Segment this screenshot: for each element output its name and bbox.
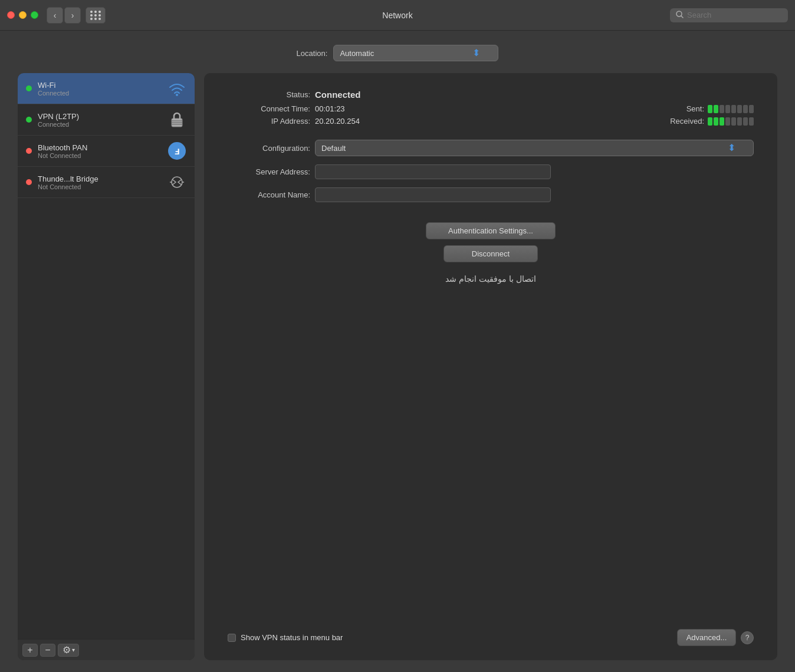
status-label: Status:	[228, 90, 310, 99]
received-bar-6	[737, 117, 742, 126]
config-chevron-icon: ⬍	[728, 143, 735, 153]
network-name-vpn: VPN (L2TP)	[38, 112, 162, 121]
disconnect-button[interactable]: Disconnect	[444, 245, 538, 262]
sent-bar-1	[708, 105, 712, 113]
network-item-wifi[interactable]: Wi-Fi Connected	[18, 73, 195, 104]
sent-bar-7	[743, 105, 748, 113]
network-list-pane: Wi-Fi Connected	[18, 73, 195, 660]
sent-bar-6	[737, 105, 742, 113]
connect-time-value: 00:01:23	[315, 104, 345, 113]
received-bar-1	[708, 117, 712, 126]
location-chevron-icon: ⬍	[472, 48, 480, 58]
svg-point-7	[172, 177, 182, 187]
location-select[interactable]: Automatic ⬍	[333, 45, 498, 61]
show-vpn-checkbox[interactable]	[228, 634, 236, 642]
gear-menu-button[interactable]: ⚙ ▾	[58, 644, 79, 657]
connect-time-row: Connect Time: 00:01:23 Sent:	[228, 104, 754, 113]
received-bar-5	[731, 117, 736, 126]
sent-bar-4	[725, 105, 730, 113]
show-vpn-row: Show VPN status in menu bar	[228, 633, 343, 642]
forward-button[interactable]: ›	[64, 7, 81, 24]
account-name-input[interactable]	[315, 187, 551, 202]
maximize-button[interactable]	[31, 11, 38, 19]
received-bar-4	[725, 117, 730, 126]
help-button[interactable]: ?	[741, 631, 754, 644]
network-info-bluetooth: Bluetooth PAN Not Connected	[38, 143, 162, 159]
svg-line-1	[681, 15, 684, 18]
sent-indicator: Sent:	[686, 104, 754, 113]
gear-dropdown-icon: ▾	[72, 647, 75, 653]
ip-address-label: IP Address:	[228, 117, 310, 126]
wifi-icon	[167, 79, 186, 98]
show-vpn-label: Show VPN status in menu bar	[241, 633, 343, 642]
status-dot-thunderbolt	[26, 179, 32, 185]
received-bars	[708, 117, 754, 126]
network-status-thunderbolt: Not Connected	[38, 183, 162, 190]
list-toolbar: + − ⚙ ▾	[18, 639, 195, 660]
server-address-input[interactable]	[315, 164, 551, 179]
received-bar-7	[743, 117, 748, 126]
network-item-vpn[interactable]: VPN (L2TP) Connected	[18, 104, 195, 136]
minimize-button[interactable]	[19, 11, 27, 19]
remove-network-button[interactable]: −	[40, 644, 55, 657]
detail-pane: Status: Connected Connect Time: 00:01:23…	[204, 73, 777, 660]
bluetooth-icon: ⅎ	[167, 141, 186, 160]
network-info-wifi: Wi-Fi Connected	[38, 81, 162, 97]
received-bar-2	[714, 117, 718, 126]
detail-bottom: Show VPN status in menu bar Advanced... …	[228, 629, 754, 646]
sent-bars	[708, 105, 754, 113]
status-dot-bluetooth	[26, 148, 32, 154]
network-item-thunderbolt[interactable]: Thunde...lt Bridge Not Connected	[18, 167, 195, 198]
network-status-wifi: Connected	[38, 90, 162, 97]
network-name-wifi: Wi-Fi	[38, 81, 162, 90]
received-bar-8	[749, 117, 754, 126]
network-name-thunderbolt: Thunde...lt Bridge	[38, 174, 162, 183]
network-info-vpn: VPN (L2TP) Connected	[38, 112, 162, 128]
status-area: Status: Connected	[228, 90, 754, 100]
bottom-right-buttons: Advanced... ?	[677, 629, 754, 646]
account-name-label: Account Name:	[228, 190, 310, 199]
configuration-select[interactable]: Default ⬍	[315, 140, 754, 156]
grid-button[interactable]	[86, 7, 106, 24]
add-network-button[interactable]: +	[22, 644, 38, 657]
status-dot-wifi	[26, 85, 32, 91]
thunderbolt-icon	[167, 173, 186, 192]
grid-icon	[90, 11, 101, 20]
configuration-row: Configuration: Default ⬍	[228, 140, 754, 156]
sent-bar-8	[749, 105, 754, 113]
location-value: Automatic	[340, 49, 374, 58]
search-bar[interactable]	[670, 8, 788, 22]
back-button[interactable]: ‹	[47, 7, 63, 24]
bluetooth-symbol: ⅎ	[168, 142, 186, 160]
pane-container: Wi-Fi Connected	[18, 73, 777, 660]
traffic-lights	[7, 11, 38, 19]
received-label: Received:	[670, 117, 704, 126]
network-name-bluetooth: Bluetooth PAN	[38, 143, 162, 152]
network-item-bluetooth[interactable]: Bluetooth PAN Not Connected ⅎ	[18, 136, 195, 167]
spacer	[228, 284, 754, 629]
main-content: Location: Automatic ⬍ Wi-Fi Connected	[0, 31, 795, 672]
auth-settings-button[interactable]: Authentication Settings...	[426, 222, 556, 239]
close-button[interactable]	[7, 11, 15, 19]
network-list: Wi-Fi Connected	[18, 73, 195, 639]
status-dot-vpn	[26, 117, 32, 123]
location-label: Location:	[297, 49, 328, 58]
nav-buttons: ‹ ›	[47, 7, 81, 24]
location-row: Location: Automatic ⬍	[18, 45, 777, 61]
connect-time-label: Connect Time:	[228, 104, 310, 113]
search-input[interactable]	[687, 11, 782, 19]
sent-label: Sent:	[686, 104, 704, 113]
advanced-button[interactable]: Advanced...	[677, 629, 736, 646]
gear-icon: ⚙	[63, 644, 71, 655]
titlebar: ‹ › Network	[0, 0, 795, 31]
network-status-bluetooth: Not Connected	[38, 152, 162, 159]
network-info-thunderbolt: Thunde...lt Bridge Not Connected	[38, 174, 162, 190]
sent-bar-3	[720, 105, 724, 113]
status-value: Connected	[315, 90, 361, 100]
ip-address-row: IP Address: 20.20.20.254 Received:	[228, 117, 754, 126]
window-title: Network	[382, 11, 412, 20]
sent-bar-2	[714, 105, 718, 113]
configuration-value: Default	[321, 144, 346, 153]
configuration-label: Configuration:	[228, 144, 310, 153]
received-indicator: Received:	[670, 117, 754, 126]
